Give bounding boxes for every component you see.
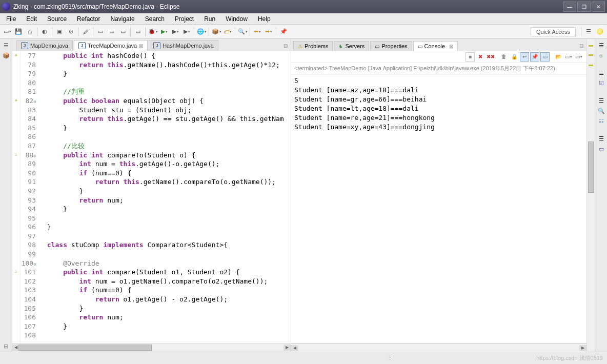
members-icon[interactable]: ▭ <box>597 145 605 153</box>
toolbar-btn-c[interactable]: ▭ <box>118 27 128 37</box>
tab-label: HashMapDemo.java <box>163 43 214 49</box>
editor-split: J MapDemo.java J TreeMapDemo.java ⊠ J Ha… <box>12 39 595 352</box>
outline-icon-2[interactable]: 🔍 <box>597 107 605 115</box>
editor-horizontal-scrollbar[interactable]: ◀▶ <box>12 343 291 352</box>
tab-mapdemo[interactable]: J MapDemo.java <box>16 40 73 51</box>
coverage-button[interactable]: ▶ <box>170 27 180 37</box>
run-button[interactable]: ▶ <box>159 27 169 37</box>
console-show-button[interactable]: ▭ <box>540 52 550 62</box>
editor-vertical-scrollbar[interactable] <box>586 39 595 352</box>
open-type-button[interactable]: ◐ <box>39 27 50 37</box>
editor-minimize-icon[interactable]: ⊟ <box>280 41 291 51</box>
console-header: <terminated> TreeMapDemo [Java Applicati… <box>291 63 586 75</box>
task-list-icon[interactable]: ☑ <box>597 79 605 87</box>
forward-button[interactable]: ➡ <box>264 27 274 37</box>
menu-search[interactable]: Search <box>142 14 168 24</box>
tab-problems[interactable]: ⚠Problems <box>293 41 333 51</box>
toolbar-btn-d[interactable]: ▭ <box>133 27 143 37</box>
java-file-icon: J <box>153 42 160 49</box>
line-number-column: 777879808182⊝838485868788⊝89909192939495… <box>21 51 39 343</box>
code-text[interactable]: public int hashCode() { return this.getN… <box>39 51 291 343</box>
toolbar: ▭ 💾 ⎙ ◐ ▣ ⊘ 🖉 ▭ ▭ ▭ ▭ 🐞 ▶ ▶ ▶ 🌐 📦 🏷 🔍 ⬅ … <box>0 25 607 39</box>
java-file-icon: J <box>21 42 28 49</box>
menu-refactor[interactable]: Refactor <box>74 14 103 24</box>
new-button[interactable]: ▭ <box>2 27 12 37</box>
maximize-button[interactable]: ❐ <box>577 2 591 12</box>
console-scroll-lock-button[interactable]: 🔒 <box>510 52 519 62</box>
java-ee-perspective-button[interactable]: ♌ <box>595 27 605 37</box>
console-open-button[interactable]: 📂 <box>554 52 563 62</box>
titlebar: Zking - com.zking0519/src/map/TreeMapDem… <box>0 0 607 13</box>
console-remove-all-button[interactable]: ✖✖ <box>486 52 495 62</box>
console-word-wrap-button[interactable]: ↩ <box>520 52 529 62</box>
left-trim: ☰ 📦 ⊟ <box>0 39 12 352</box>
menu-edit[interactable]: Edit <box>23 14 40 24</box>
open-perspective-button[interactable]: ☰ <box>583 27 594 37</box>
new-package-button[interactable]: 📦 <box>211 27 221 37</box>
watermark: https://blog.csdn 浅悟0519 <box>536 354 607 362</box>
browser-button[interactable]: 🌐 <box>196 27 207 37</box>
tab-hashmapdemo[interactable]: J HashMapDemo.java <box>149 40 218 51</box>
markers-icon[interactable]: ☷ <box>597 117 605 125</box>
show-view-icon-4[interactable]: ☰ <box>597 134 605 143</box>
show-view-icon[interactable]: ☰ <box>2 41 10 49</box>
menu-run[interactable]: Run <box>201 14 218 24</box>
tab-properties[interactable]: ▭Properties <box>370 41 412 51</box>
console-pin-button[interactable]: 📌 <box>530 52 539 62</box>
show-view-icon-3[interactable]: ☰ <box>597 96 605 105</box>
editor-pane: J MapDemo.java J TreeMapDemo.java ⊠ J Ha… <box>12 39 291 352</box>
quick-access[interactable]: Quick Access <box>531 27 576 36</box>
debug-button[interactable]: 🐞 <box>148 27 158 37</box>
tab-label: TreeMapDemo.java <box>88 43 137 49</box>
console-terminate-button[interactable]: ■ <box>466 52 475 62</box>
new-class-button[interactable]: 🏷 <box>222 27 233 37</box>
tab-label: MapDemo.java <box>30 43 68 49</box>
console-output[interactable]: 5Student [name=az,age=18]===daliStudent … <box>291 75 586 343</box>
code-area[interactable]: 777879808182⊝838485868788⊝89909192939495… <box>12 51 291 343</box>
window-title: Zking - com.zking0519/src/map/TreeMapDem… <box>13 3 563 10</box>
menubar: File Edit Source Refactor Navigate Searc… <box>0 13 607 25</box>
tab-servers[interactable]: ♞Servers <box>334 41 369 51</box>
save-all-button[interactable]: ⎙ <box>25 27 35 37</box>
menu-project[interactable]: Project <box>172 14 197 24</box>
outline-icon[interactable]: ⌾ <box>597 51 605 59</box>
editor-tabs: J MapDemo.java J TreeMapDemo.java ⊠ J Ha… <box>12 39 291 51</box>
console-tabs: ⚠Problems ♞Servers ▭Properties ▭Console⊠… <box>291 39 586 51</box>
eclipse-icon <box>2 3 10 11</box>
menu-source[interactable]: Source <box>44 14 70 24</box>
right-trim: ☰ ⌾ ☰ ☑ ☰ 🔍 ☷ ☰ ▭ <box>595 39 607 352</box>
menu-window[interactable]: Window <box>222 14 251 24</box>
tab-console[interactable]: ▭Console⊠ <box>413 41 458 51</box>
external-tools-button[interactable]: ▶ <box>181 27 192 37</box>
tab-treemapdemo[interactable]: J TreeMapDemo.java ⊠ <box>74 40 148 51</box>
search-button[interactable]: 🔍 <box>237 27 248 37</box>
editor-dd[interactable]: 🖉 <box>80 27 91 37</box>
show-view-icon-2[interactable]: ☰ <box>597 69 605 77</box>
skip-button[interactable]: ⊘ <box>66 27 76 37</box>
workspace: ☰ 📦 ⊟ J MapDemo.java J TreeMapDemo.java … <box>0 39 607 352</box>
menu-file[interactable]: File <box>3 14 19 24</box>
minimize-button[interactable]: — <box>563 2 576 12</box>
console-minimize-icon[interactable]: ⊟ <box>576 41 586 51</box>
toolbar-btn-a[interactable]: ▭ <box>95 27 106 37</box>
console-horizontal-scrollbar[interactable]: ◀▶ <box>291 343 586 352</box>
pin-button[interactable]: 📌 <box>278 27 289 37</box>
show-view-icon[interactable]: ☰ <box>597 41 605 49</box>
menu-help[interactable]: Help <box>255 14 274 24</box>
package-explorer-icon[interactable]: 📦 <box>2 51 10 59</box>
console-clear-button[interactable]: 🗑 <box>499 52 509 62</box>
build-button[interactable]: ▣ <box>54 27 65 37</box>
back-button[interactable]: ⬅ <box>252 27 262 37</box>
marker-column <box>12 51 21 343</box>
console-toolbar: ■ ✖ ✖✖ 🗑 🔒 ↩ 📌 ▭ 📂 ▭ ▭ <box>291 51 586 63</box>
console-remove-launch-button[interactable]: ✖ <box>476 52 485 62</box>
close-button[interactable]: ✕ <box>592 2 605 12</box>
menu-navigate[interactable]: Navigate <box>107 14 137 24</box>
console-new-button[interactable]: ▭ <box>574 52 583 62</box>
statusbar: ⋮ https://blog.csdn 浅悟0519 <box>0 352 607 364</box>
toolbar-btn-b[interactable]: ▭ <box>107 27 117 37</box>
close-tab-icon[interactable]: ⊠ <box>139 43 143 49</box>
console-display-button[interactable]: ▭ <box>564 52 573 62</box>
save-button[interactable]: 💾 <box>13 27 24 37</box>
minimize-left-icon[interactable]: ⊟ <box>4 343 8 350</box>
